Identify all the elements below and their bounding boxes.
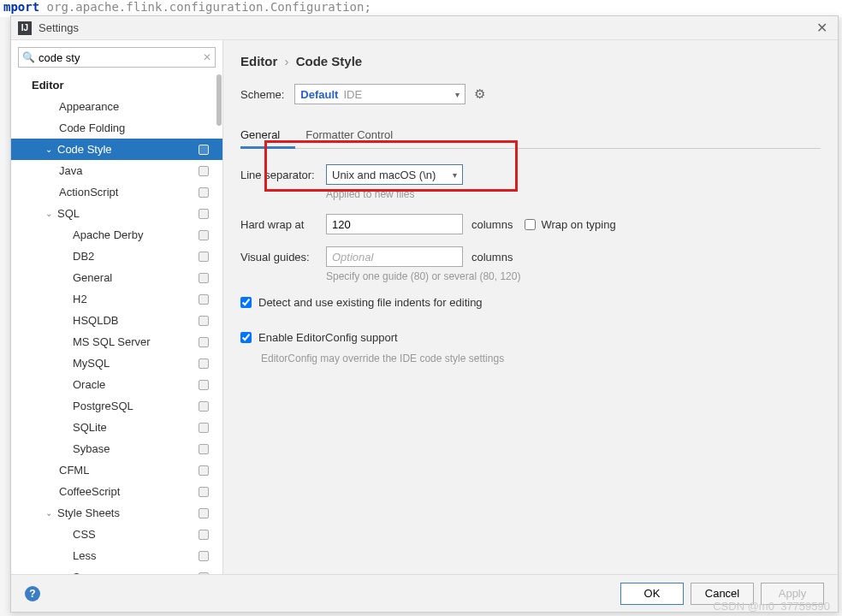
breadcrumb-codestyle: Code Style (296, 54, 363, 68)
scheme-label: Scheme: (240, 88, 284, 101)
tree-item[interactable]: MySQL (11, 352, 222, 374)
tree-item[interactable]: Sass (11, 566, 222, 574)
dialog-body: 🔍 ✕ Editor AppearanceCode Folding⌄Code S… (11, 40, 838, 574)
tree-item[interactable]: Java (11, 160, 222, 181)
tree-item-label: Sybase (73, 442, 110, 455)
breadcrumb-sep: › (285, 54, 289, 68)
close-icon[interactable]: ✕ (813, 20, 831, 36)
detect-indents-row[interactable]: Detect and use existing file indents for… (240, 296, 821, 309)
scope-icon (199, 530, 209, 540)
scope-icon (199, 444, 209, 454)
scope-icon (199, 508, 209, 518)
tree-item[interactable]: ⌄SQL (11, 203, 222, 224)
scope-icon (199, 551, 209, 561)
sidebar: 🔍 ✕ Editor AppearanceCode Folding⌄Code S… (11, 40, 223, 574)
tree-item[interactable]: ⌄Code Style (11, 139, 222, 160)
tree-item[interactable]: ⌄Style Sheets (11, 502, 222, 524)
tree-item-label: Apache Derby (73, 228, 143, 241)
tree-item[interactable]: General (11, 267, 222, 288)
enable-editorconfig-row[interactable]: Enable EditorConfig support (240, 331, 821, 344)
tab-formatter-control[interactable]: Formatter Control (305, 125, 408, 148)
chevron-down-icon: ⌄ (45, 145, 56, 154)
tree-item[interactable]: Less (11, 545, 222, 566)
detect-indents-checkbox[interactable] (240, 297, 252, 308)
scope-icon (199, 337, 209, 347)
scope-icon (199, 230, 209, 240)
scope-icon (199, 401, 209, 412)
search-field-wrap[interactable]: 🔍 ✕ (18, 47, 216, 68)
scope-icon (199, 145, 209, 155)
ok-button[interactable]: OK (620, 583, 684, 605)
tree-item[interactable]: CSS (11, 524, 222, 545)
tree-item-label: Style Sheets (57, 506, 120, 519)
tree-item[interactable]: Sybase (11, 438, 222, 459)
hard-wrap-label: Hard wrap at (240, 218, 326, 231)
scope-icon (199, 423, 209, 433)
scheme-row: Scheme: Default IDE ▾ ⚙ (240, 84, 821, 104)
chevron-down-icon: ▾ (453, 170, 457, 180)
tree-item-label: Appearance (59, 100, 119, 113)
line-separator-combo[interactable]: Unix and macOS (\n) ▾ (326, 164, 463, 185)
window-title: Settings (39, 21, 813, 34)
wrap-on-typing-checkbox[interactable]: Wrap on typing (525, 218, 615, 231)
form-body: Line separator: Unix and macOS (\n) ▾ Ap… (240, 149, 821, 364)
tree-item[interactable]: Appearance (11, 96, 222, 117)
tree-item-label: Code Style (57, 143, 112, 156)
help-icon[interactable]: ? (25, 586, 40, 601)
tree-item[interactable]: PostgreSQL (11, 395, 222, 417)
columns-suffix: columns (471, 251, 513, 264)
watermark: CSDN @m0_37759590 (713, 600, 830, 613)
breadcrumb-editor[interactable]: Editor (240, 54, 277, 68)
tree-header-editor[interactable]: Editor (11, 74, 222, 96)
scheme-select[interactable]: Default IDE ▾ (294, 84, 465, 104)
chevron-down-icon: ▾ (455, 90, 460, 99)
scope-icon (199, 166, 209, 176)
tree-item[interactable]: SQLite (11, 417, 222, 438)
tree-item[interactable]: CFML (11, 459, 222, 481)
settings-tree[interactable]: Editor AppearanceCode Folding⌄Code Style… (11, 74, 222, 574)
scope-icon (199, 252, 209, 262)
gear-icon[interactable]: ⚙ (474, 86, 485, 102)
scope-icon (199, 358, 209, 369)
tree-item[interactable]: H2 (11, 288, 222, 310)
tree-item-label: SQL (57, 207, 80, 220)
tree-item[interactable]: HSQLDB (11, 310, 222, 331)
tree-item[interactable]: Oracle (11, 374, 222, 395)
breadcrumb: Editor › Code Style (240, 54, 821, 68)
line-separator-label: Line separator: (240, 169, 326, 181)
tree-item[interactable]: DB2 (11, 246, 222, 267)
columns-suffix: columns (471, 218, 513, 231)
tree-item-label: Sass (73, 571, 98, 574)
tree-item[interactable]: ActionScript (11, 181, 222, 203)
tree-item-label: CSS (73, 528, 96, 541)
scope-icon (199, 572, 209, 575)
clear-search-icon[interactable]: ✕ (203, 51, 211, 63)
enable-editorconfig-checkbox[interactable] (240, 332, 252, 343)
tree-item[interactable]: Code Folding (11, 117, 222, 139)
editorconfig-note: EditorConfig may override the IDE code s… (261, 352, 821, 364)
settings-dialog: IJ Settings ✕ 🔍 ✕ Editor AppearanceCode … (10, 15, 839, 613)
tabs: General Formatter Control (240, 125, 821, 149)
search-input[interactable] (39, 48, 203, 67)
tree-item[interactable]: Apache Derby (11, 224, 222, 246)
tree-item-label: ActionScript (59, 186, 118, 198)
hard-wrap-input[interactable] (326, 214, 463, 234)
tree-item-label: CFML (59, 464, 89, 477)
chevron-down-icon: ⌄ (45, 508, 56, 518)
visual-guides-input[interactable] (326, 246, 463, 267)
scope-icon (199, 209, 209, 219)
tree-item-label: DB2 (73, 250, 94, 263)
tree-item[interactable]: CoffeeScript (11, 481, 222, 502)
scope-icon (199, 273, 209, 283)
tree-item-label: CoffeeScript (59, 485, 120, 498)
scope-icon (199, 187, 209, 198)
scope-icon (199, 380, 209, 390)
tab-general[interactable]: General (240, 125, 295, 149)
scope-icon (199, 465, 209, 476)
scope-icon (199, 487, 209, 497)
tree-item-label: H2 (73, 293, 87, 305)
tree-item[interactable]: MS SQL Server (11, 331, 222, 352)
content-panel: Editor › Code Style Scheme: Default IDE … (223, 40, 838, 574)
tree-item-label: HSQLDB (73, 314, 118, 327)
scope-icon (199, 294, 209, 305)
